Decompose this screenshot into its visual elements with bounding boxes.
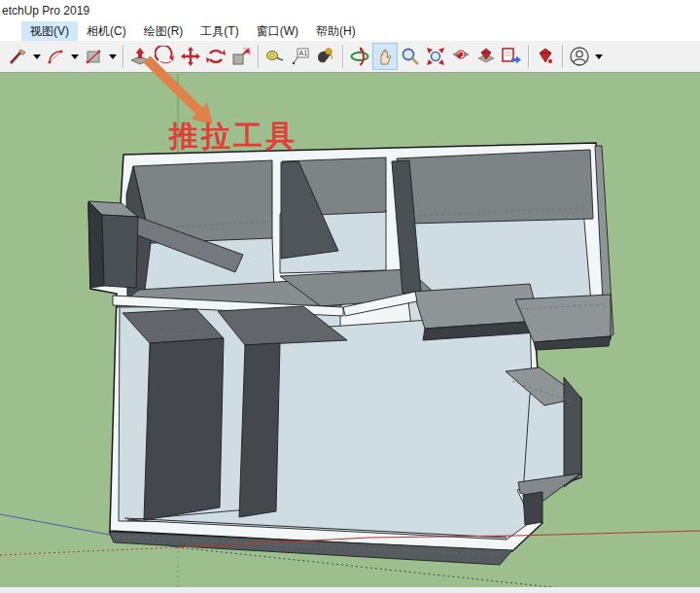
account-dropdown[interactable] — [592, 44, 605, 69]
status-strip — [0, 587, 700, 593]
arc-tool-dropdown[interactable] — [68, 44, 81, 69]
svg-text:A1: A1 — [299, 50, 308, 56]
toolbar-separator — [258, 45, 259, 68]
paint-bucket-icon — [315, 46, 336, 67]
line-tool-dropdown[interactable] — [30, 44, 43, 69]
menu-window[interactable]: 窗口(W) — [248, 21, 307, 42]
pan-tool-button[interactable] — [372, 43, 398, 70]
menu-view[interactable]: 视图(V) — [21, 21, 78, 42]
toolbar-separator — [562, 45, 563, 68]
menu-bar: 视图(V) 相机(C) 绘图(R) 工具(T) 窗口(W) 帮助(H) — [0, 21, 700, 41]
wall-face — [144, 338, 224, 520]
paint-bucket-tool-button[interactable] — [313, 43, 338, 70]
push-pull-icon — [129, 46, 151, 67]
add-location-button[interactable] — [473, 43, 499, 70]
arc-tool-button[interactable] — [43, 43, 68, 70]
wall-face — [88, 201, 104, 288]
rotate-icon — [155, 46, 176, 67]
chevron-down-icon — [109, 54, 117, 59]
model-viewport[interactable] — [0, 0, 700, 593]
wall-face — [102, 215, 138, 288]
scale-tool-button[interactable] — [228, 43, 254, 70]
floorplan-model — [88, 143, 613, 565]
title-bar: etchUp Pro 2019 — [0, 0, 700, 21]
toolbar: A1 — [0, 41, 700, 73]
menu-draw[interactable]: 绘图(R) — [135, 21, 192, 42]
rectangle-tool-dropdown[interactable] — [106, 44, 119, 69]
orbit-icon — [349, 46, 370, 67]
previous-view-button[interactable] — [448, 43, 473, 70]
text-tool-button[interactable]: A1 — [288, 43, 313, 70]
move-tool-button[interactable] — [178, 43, 203, 70]
model-info-button[interactable] — [533, 43, 558, 70]
arc-icon — [46, 47, 65, 66]
toolbar-separator — [342, 45, 343, 68]
tape-measure-icon — [264, 46, 286, 67]
rectangle-icon — [84, 47, 103, 66]
chevron-down-icon — [71, 54, 79, 59]
wall-face — [397, 150, 593, 224]
zoom-tool-button[interactable] — [398, 43, 423, 70]
refresh-tool-button[interactable] — [203, 43, 228, 70]
magnifier-icon — [400, 46, 421, 67]
text-icon: A1 — [290, 46, 311, 67]
circular-arrows-icon — [205, 46, 227, 67]
wall-face — [523, 492, 542, 525]
line-tool-button[interactable] — [5, 43, 30, 70]
rectangle-tool-button[interactable] — [81, 43, 106, 70]
red-gem-icon — [535, 46, 556, 67]
user-account-icon — [569, 46, 590, 67]
export-icon — [501, 46, 522, 67]
zoom-extents-tool-button[interactable] — [423, 43, 448, 70]
tape-measure-tool-button[interactable] — [262, 43, 288, 70]
orbit-tool-button[interactable] — [347, 43, 372, 70]
sketchup-window: 推拉工具 etchUp Pro 2019 视图(V) 相机(C) 绘图(R) 工… — [0, 0, 700, 593]
hand-icon — [374, 46, 396, 67]
previous-view-icon — [450, 46, 472, 67]
chevron-down-icon — [33, 54, 41, 59]
menu-tools[interactable]: 工具(T) — [192, 21, 247, 42]
red-gem-box-icon — [475, 46, 497, 67]
rotate-tool-button[interactable] — [153, 43, 178, 70]
move-icon — [180, 46, 201, 67]
scale-icon — [230, 46, 252, 67]
menu-camera[interactable]: 相机(C) — [78, 21, 135, 42]
pencil-icon — [8, 47, 27, 66]
toolbar-separator — [122, 45, 123, 68]
wall-face — [239, 343, 280, 517]
push-pull-tool-button[interactable] — [127, 43, 153, 70]
export-button[interactable] — [499, 43, 524, 70]
account-button[interactable] — [567, 43, 592, 70]
chevron-down-icon — [595, 54, 603, 59]
window-title: etchUp Pro 2019 — [0, 0, 89, 21]
toolbar-separator — [528, 45, 529, 68]
zoom-extents-icon — [425, 46, 446, 67]
menu-help[interactable]: 帮助(H) — [307, 21, 365, 42]
